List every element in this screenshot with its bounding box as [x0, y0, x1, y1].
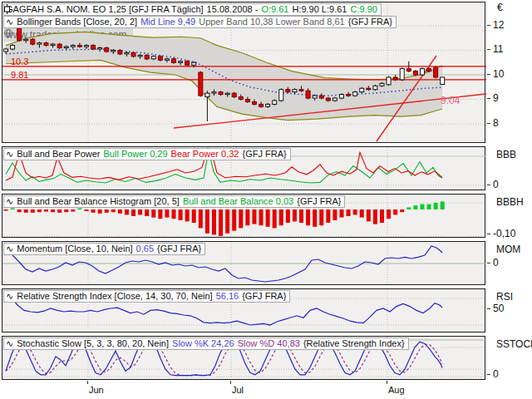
histogram-bar: [367, 209, 371, 221]
histogram-bar: [393, 209, 397, 214]
rsi-legend: ∿ Relative Strength Index [Close, 14, 30…: [3, 290, 290, 303]
candlestick: [138, 55, 142, 57]
rsi-value: 56,16: [216, 291, 239, 302]
indicator-wave-icon: ∿: [6, 149, 13, 160]
histogram-bar: [111, 209, 116, 212]
histogram-bar: [57, 209, 62, 213]
candlestick: [299, 90, 303, 91]
candlestick: [64, 47, 68, 48]
histogram-bar: [299, 209, 303, 223]
histogram-bar: [151, 209, 155, 218]
candlestick: [367, 88, 371, 90]
histogram-bar: [420, 204, 424, 209]
histogram-bar: [400, 209, 404, 212]
candlestick: [340, 95, 344, 98]
histogram-bar: [24, 209, 28, 213]
histogram-bar: [138, 209, 142, 214]
histogram-bar: [165, 209, 169, 218]
momentum-legend: ∿ Momentum [Close, 10, Nein] 0,65 {GFJ F…: [3, 243, 205, 255]
stochastic-suffix: {Relative Strength Index}: [303, 338, 405, 349]
bollinger-band-values: Upper Band 10,38 Lower Band 8,61: [199, 17, 345, 27]
histogram-bar: [406, 207, 411, 209]
main-price-panel: www.tradesignalonline.com GAGFAH S.A. NO…: [2, 2, 485, 143]
candlestick: [77, 46, 81, 47]
indicator-wave-icon: ∿: [6, 17, 13, 27]
histogram-bar: [199, 209, 203, 228]
indicator-wave-icon: ∿: [6, 291, 13, 302]
histogram-bar: [319, 209, 323, 225]
histogram-bar: [205, 209, 209, 234]
bbbh-suffix: {GFJ FRA}: [297, 196, 341, 207]
candlestick: [98, 48, 102, 50]
axis-tick-0: 0: [487, 368, 499, 380]
indicator-wave-icon: ∿: [6, 196, 13, 207]
bull-bear-balance-panel: ∿ Bull and Bear Balance Histogram [20, 5…: [2, 194, 485, 238]
candlestick: [24, 39, 28, 41]
histogram-bar: [434, 203, 438, 209]
currency-label: €: [497, 2, 503, 13]
candlestick: [347, 95, 351, 96]
momentum-suffix: {GFJ FRA}: [157, 244, 201, 254]
histogram-bar: [91, 209, 96, 213]
histogram-bar: [125, 209, 129, 214]
bull-bear-power-panel: ∿ Bull and Bear Power Bull Power 0,29 Be…: [2, 146, 485, 190]
candlestick: [319, 96, 323, 98]
symbol-title: GAGFAH S.A. NOM. EO 1,25 [GFJ FRA Täglic…: [6, 4, 204, 15]
histogram-bar: [84, 209, 88, 211]
histogram-bar: [212, 209, 216, 234]
candlestick: [44, 43, 48, 46]
histogram-bar: [259, 209, 264, 225]
candlestick: [71, 46, 75, 47]
stochastic-panel: ∿ Stochastic Slow [5, 3, 3, 80, 20, Nein…: [2, 336, 485, 380]
bbbh-value: Bull and Bear Balance 0,03: [183, 196, 293, 207]
candlestick: [151, 57, 155, 59]
candlestick: [380, 83, 384, 86]
histogram-bar: [4, 209, 8, 211]
histogram-bar: [172, 209, 176, 219]
candlestick: [360, 88, 364, 91]
candlestick: [259, 104, 264, 106]
bollinger-legend: ∿ Bollinger Bands [Close, 20, 2] Mid Lin…: [3, 16, 397, 28]
candlestick: [91, 46, 96, 49]
candlestick: [400, 69, 404, 80]
candlestick-icon: [4, 4, 10, 14]
candlestick: [4, 49, 8, 52]
candlestick: [313, 96, 317, 98]
bbbh-legend: ∿ Bull and Bear Balance Histogram [20, 5…: [3, 195, 345, 208]
candlestick: [252, 101, 256, 104]
histogram-bar: [37, 209, 42, 212]
histogram-bar: [313, 209, 317, 227]
trendline-label: 9.04: [441, 95, 461, 106]
bbb-name: Bull and Bear Power: [17, 149, 100, 160]
histogram-bar: [185, 209, 190, 221]
candlestick: [225, 93, 229, 95]
candlestick: [51, 44, 55, 46]
candlestick: [17, 28, 22, 41]
candlestick: [179, 62, 183, 63]
candlestick: [84, 46, 88, 47]
candlestick: [172, 59, 176, 62]
quote-close: C:9.90: [350, 4, 377, 15]
histogram-bar: [306, 209, 310, 225]
month-label-Aug: Aug: [388, 385, 405, 395]
quote-date: 15.08.2008 -: [207, 4, 259, 15]
axis-tick-11: 11: [487, 43, 503, 55]
month-tick: [387, 381, 387, 384]
trading-chart-screen: www.tradesignalonline.com GAGFAH S.A. NO…: [0, 0, 532, 399]
candlestick: [232, 93, 236, 96]
histogram-bar: [441, 201, 445, 209]
quote-open: O:9.61: [261, 4, 288, 15]
candlestick: [239, 97, 243, 100]
panel-axis-label-rsi: RSI: [496, 291, 513, 303]
candlestick: [393, 77, 397, 80]
histogram-bar: [332, 209, 337, 220]
candlestick: [199, 72, 203, 96]
histogram-bar: [360, 209, 364, 218]
bbb-bear-value: Bear Power 0,32: [171, 149, 239, 160]
month-label-Jun: Jun: [89, 385, 104, 395]
candlestick: [373, 86, 377, 89]
panel-axis-label-bbb: BBB: [496, 149, 516, 160]
candlestick: [105, 48, 109, 52]
candlestick: [31, 39, 35, 44]
candlestick: [145, 55, 149, 58]
